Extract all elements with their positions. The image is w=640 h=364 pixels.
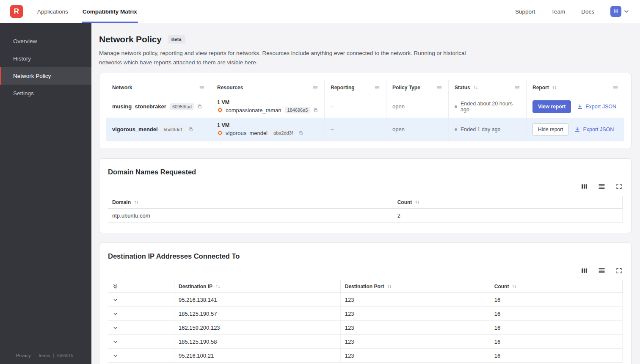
status-cell: Ended 1 day ago (449, 118, 527, 141)
app-logo[interactable]: R (10, 5, 23, 18)
count-cell: 16 (490, 349, 623, 363)
copy-icon[interactable] (313, 108, 318, 113)
destination-table-row: 185.125.190.58 123 16 (108, 335, 623, 349)
column-menu-icon[interactable] (514, 85, 520, 91)
col-header-destination-ip[interactable]: Destination IP (174, 280, 341, 293)
sidebar-item-settings[interactable]: Settings (0, 85, 91, 102)
col-header-reporting[interactable]: Reporting (325, 80, 386, 95)
col-header-count[interactable]: Count (490, 280, 623, 293)
sort-icon[interactable] (414, 199, 420, 205)
card-title: Domain Names Requested (108, 168, 623, 176)
destination-table-header: Destination IP Destination Port Count (108, 280, 623, 293)
count-cell: 2 (393, 209, 623, 223)
col-header-destination-port[interactable]: Destination Port (341, 280, 490, 293)
col-header-resources[interactable]: Resources (211, 80, 325, 95)
user-avatar[interactable]: H (610, 6, 621, 17)
col-label: Destination IP (179, 284, 212, 290)
tab-applications[interactable]: Applications (37, 0, 68, 23)
expand-all-icon[interactable] (112, 283, 119, 290)
destination-port-cell: 123 (341, 349, 490, 363)
reporting-cell: – (325, 118, 386, 141)
destination-ip-cell: 95.216.138.141 (174, 293, 341, 307)
view-report-button[interactable]: View report (532, 100, 571, 113)
sort-icon[interactable] (552, 85, 557, 91)
col-header-network[interactable]: Network (106, 80, 211, 95)
footer-link-terms[interactable]: Terms (38, 353, 50, 358)
sort-icon[interactable] (133, 199, 139, 205)
page-description: Manage network policy, reporting and vie… (99, 49, 480, 67)
report-cell: View report Export JSON (527, 95, 624, 118)
sidebar-item-history[interactable]: History (0, 50, 91, 67)
row-density-icon[interactable] (598, 267, 605, 274)
col-header-expand-all[interactable] (108, 280, 174, 293)
resource-count: 1 VM (217, 99, 229, 105)
row-expand-icon[interactable] (112, 297, 119, 303)
col-label: Count (494, 284, 509, 290)
export-json-link[interactable]: Export JSON (577, 104, 616, 110)
column-menu-icon[interactable] (374, 85, 380, 91)
nav-link-team[interactable]: Team (551, 8, 565, 15)
network-name: musing_stonebraker (112, 103, 166, 110)
column-menu-icon[interactable] (612, 85, 618, 91)
sort-icon[interactable] (215, 284, 221, 290)
tab-compatibility-matrix[interactable]: Compatibility Matrix (83, 0, 137, 23)
nav-link-support[interactable]: Support (515, 8, 535, 15)
primary-nav: Applications Compatibility Matrix (37, 0, 152, 23)
columns-icon[interactable] (581, 267, 588, 274)
col-label: Resources (217, 85, 243, 91)
destination-ip-cell: 162.159.200.123 (174, 321, 341, 335)
sort-icon[interactable] (386, 284, 392, 290)
network-table-row[interactable]: vigorous_mendel 5bdf3dc1 1 VM vigorous_m… (106, 118, 624, 141)
col-label: Reporting (331, 85, 355, 91)
status-text: Ended about 20 hours ago (461, 101, 520, 113)
vm-icon (217, 130, 223, 136)
copy-icon[interactable] (298, 130, 303, 136)
network-name: vigorous_mendel (112, 126, 158, 132)
fullscreen-icon[interactable] (615, 267, 623, 274)
hide-report-button[interactable]: Hide report (532, 123, 568, 136)
destination-table-row: 95.216.100.21 123 16 (108, 349, 623, 363)
row-expand-icon[interactable] (112, 353, 119, 359)
col-header-report[interactable]: Report (527, 80, 624, 95)
row-expand-icon[interactable] (112, 325, 119, 331)
row-density-icon[interactable] (598, 183, 605, 190)
report-cell: Hide report Export JSON (527, 118, 624, 141)
copy-icon[interactable] (197, 104, 202, 109)
sort-icon[interactable] (473, 85, 479, 91)
download-icon (577, 104, 583, 110)
destination-ip-cell: 95.216.100.21 (174, 349, 341, 363)
count-cell: 16 (490, 321, 623, 335)
vm-icon (217, 107, 223, 113)
destination-table-row: 95.216.138.141 123 16 (108, 293, 623, 307)
build-version: 5f56b15 (57, 353, 73, 358)
column-menu-icon[interactable] (436, 85, 442, 91)
destination-table-row: 162.159.200.123 123 16 (108, 321, 623, 335)
fullscreen-icon[interactable] (615, 183, 623, 190)
column-menu-icon[interactable] (312, 85, 318, 91)
export-json-link[interactable]: Export JSON (574, 127, 614, 132)
nav-link-docs[interactable]: Docs (581, 8, 594, 15)
col-header-count[interactable]: Count (393, 196, 623, 209)
network-table-row[interactable]: musing_stonebraker 60959fad 1 VM compass… (106, 95, 624, 118)
row-expand-icon[interactable] (112, 311, 119, 317)
network-cell: musing_stonebraker 60959fad (106, 95, 211, 118)
sort-icon[interactable] (511, 284, 517, 290)
sidebar-item-network-policy[interactable]: Network Policy (0, 67, 91, 85)
sidebar-item-overview[interactable]: Overview (0, 33, 91, 50)
copy-icon[interactable] (188, 127, 193, 132)
resource-id-badge: 184696a5 (285, 107, 311, 113)
col-header-policy-type[interactable]: Policy Type (386, 80, 449, 95)
column-menu-icon[interactable] (199, 85, 205, 91)
col-header-domain[interactable]: Domain (108, 196, 393, 209)
row-expand-icon[interactable] (112, 339, 119, 345)
col-header-status[interactable]: Status (449, 80, 527, 95)
resource-id-badge: aba2dd3f (271, 130, 295, 136)
col-label: Policy Type (392, 85, 420, 91)
destination-ip-cell: 185.125.190.58 (174, 335, 341, 349)
columns-icon[interactable] (581, 183, 588, 190)
user-menu-chevron-icon[interactable] (623, 8, 630, 15)
export-json-label: Export JSON (583, 127, 614, 132)
col-label: Report (532, 85, 549, 91)
main-content: Network Policy Beta Manage network polic… (91, 23, 640, 364)
footer-link-privacy[interactable]: Privacy (16, 353, 30, 358)
